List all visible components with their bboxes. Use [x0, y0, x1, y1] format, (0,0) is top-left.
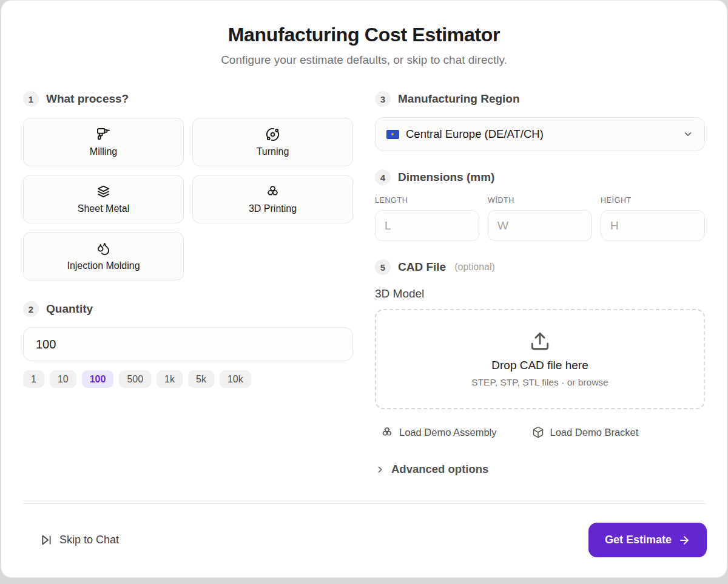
region-selected-value: Central Europe (DE/AT/CH)	[406, 127, 682, 141]
eu-flag-icon	[386, 130, 399, 139]
get-estimate-button[interactable]: Get Estimate	[588, 523, 707, 557]
quantity-section-header: 2 Quantity	[23, 301, 353, 317]
quantity-preset-10k[interactable]: 10k	[220, 370, 251, 388]
skip-forward-icon	[40, 534, 53, 546]
box-icon	[532, 426, 544, 438]
process-section-header: 1 What process?	[23, 91, 353, 107]
arrow-right-icon	[678, 534, 690, 546]
process-option-sheet-metal[interactable]: Sheet Metal	[23, 175, 184, 223]
width-label: WİDTH	[488, 196, 592, 205]
length-label: LENGTH	[375, 196, 479, 205]
page-title: Manufacturing Cost Estimator	[23, 24, 705, 46]
quantity-section: 2 Quantity 1 10 100 500 1k 5k 10k	[23, 301, 353, 388]
upload-icon	[530, 331, 550, 351]
load-demo-bracket-button[interactable]: Load Demo Bracket	[532, 426, 639, 438]
hexagon-cluster-icon	[266, 185, 280, 199]
quantity-preset-500[interactable]: 500	[119, 370, 151, 388]
height-field-group: HEİGHT	[601, 196, 705, 241]
process-option-turning[interactable]: Turning	[192, 118, 353, 166]
skip-to-chat-label: Skip to Chat	[59, 534, 119, 546]
process-option-3d-printing[interactable]: 3D Printing	[192, 175, 353, 223]
process-option-label: Injection Molding	[67, 260, 140, 271]
footer: Skip to Chat Get Estimate	[23, 523, 707, 557]
process-options: Milling Turning	[23, 118, 353, 280]
quantity-preset-10[interactable]: 10	[50, 370, 76, 388]
height-input[interactable]	[601, 210, 705, 241]
step-badge: 1	[23, 91, 39, 107]
advanced-options-label: Advanced options	[391, 463, 488, 476]
chevron-right-icon	[375, 464, 385, 475]
header: Manufacturing Cost Estimator Configure y…	[23, 1, 705, 67]
layers-icon	[96, 185, 110, 199]
process-option-label: Turning	[257, 146, 289, 157]
quantity-preset-5k[interactable]: 5k	[188, 370, 214, 388]
cad-section-label: CAD File	[398, 260, 446, 274]
get-estimate-label: Get Estimate	[605, 534, 672, 546]
quantity-section-label: Quantity	[46, 302, 93, 316]
cad-section: 5 CAD File (optional) 3D Model	[375, 259, 705, 476]
process-option-injection-molding[interactable]: Injection Molding	[23, 232, 184, 280]
cad-optional-note: (optional)	[454, 262, 495, 273]
process-option-label: 3D Printing	[249, 203, 297, 214]
region-section-header: 3 Manufacturing Region	[375, 91, 705, 107]
process-option-label: Sheet Metal	[78, 203, 129, 214]
process-option-milling[interactable]: Milling	[23, 118, 184, 166]
quantity-preset-100[interactable]: 100	[82, 370, 114, 388]
process-section-label: What process?	[46, 92, 129, 106]
chevron-down-icon	[682, 129, 693, 140]
region-select[interactable]: Central Europe (DE/AT/CH)	[375, 117, 705, 151]
process-option-label: Milling	[90, 146, 117, 157]
hexagon-cluster-icon	[381, 426, 393, 438]
step-badge: 5	[375, 259, 391, 275]
dropzone-subtitle[interactable]: STEP, STP, STL files · or browse	[471, 377, 608, 388]
quantity-preset-1[interactable]: 1	[23, 370, 44, 388]
demo-links: Load Demo Assembly Load Demo Bracket	[375, 426, 705, 438]
dimensions-section-label: Dimensions (mm)	[398, 171, 494, 184]
skip-to-chat-button[interactable]: Skip to Chat	[23, 534, 119, 546]
droplets-icon	[96, 242, 110, 256]
cad-dropzone[interactable]: Drop CAD file here STEP, STP, STL files …	[375, 309, 705, 409]
height-label: HEİGHT	[601, 196, 705, 205]
width-field-group: WİDTH	[488, 196, 592, 241]
load-demo-assembly-button[interactable]: Load Demo Assembly	[381, 426, 497, 438]
left-column: 1 What process?	[23, 91, 353, 476]
right-column: 3 Manufacturing Region Central Europe (D…	[375, 91, 705, 476]
length-input[interactable]	[375, 210, 479, 241]
dimensions-section-header: 4 Dimensions (mm)	[375, 169, 705, 185]
model-label: 3D Model	[375, 287, 705, 300]
cad-section-header: 5 CAD File (optional)	[375, 259, 705, 275]
quantity-presets: 1 10 100 500 1k 5k 10k	[23, 370, 353, 388]
quantity-preset-1k[interactable]: 1k	[157, 370, 183, 388]
step-badge: 2	[23, 301, 39, 317]
drill-icon	[96, 127, 110, 142]
demo-link-label: Load Demo Assembly	[399, 427, 497, 438]
orbit-icon	[266, 127, 280, 142]
dimensions-section: 4 Dimensions (mm) LENGTH WİDTH	[375, 169, 705, 241]
advanced-options-toggle[interactable]: Advanced options	[375, 463, 488, 476]
page-subtitle: Configure your estimate defaults, or ski…	[23, 53, 705, 67]
footer-divider	[23, 503, 706, 504]
step-badge: 3	[375, 91, 391, 107]
width-input[interactable]	[488, 210, 592, 241]
quantity-input[interactable]	[23, 327, 353, 361]
region-section-label: Manufacturing Region	[398, 92, 520, 106]
length-field-group: LENGTH	[375, 196, 479, 241]
estimator-card: Manufacturing Cost Estimator Configure y…	[1, 0, 727, 578]
demo-link-label: Load Demo Bracket	[550, 427, 639, 438]
dropzone-title: Drop CAD file here	[491, 359, 588, 372]
step-badge: 4	[375, 169, 391, 185]
